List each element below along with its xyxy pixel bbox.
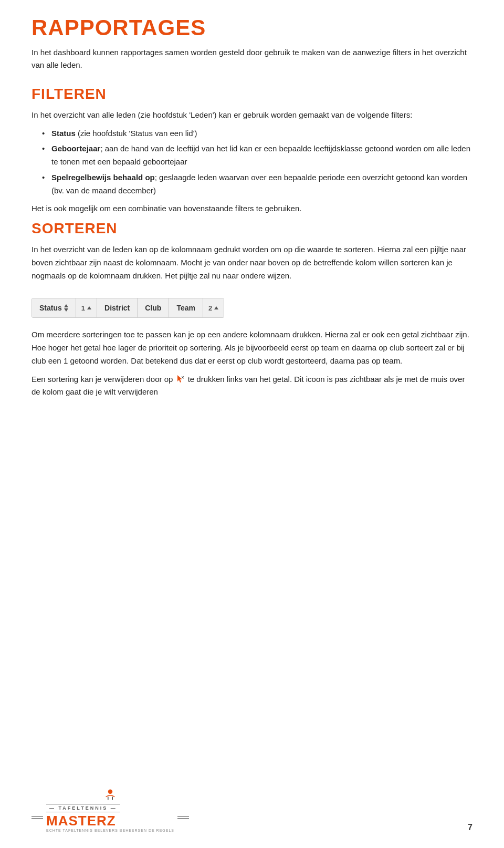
svg-point-1	[108, 790, 112, 794]
logo-line-3	[177, 816, 189, 817]
logo-text-group: — TAFELTENNIS — MASTERZ ECHTE TAFELTENNI…	[46, 802, 174, 832]
filteren-intro: In het overzicht van alle leden (zie hoo…	[32, 109, 472, 122]
col-label-district: District	[104, 304, 130, 312]
logo-emblem-icon	[103, 787, 118, 801]
section-title-sorteren: SORTEREN	[32, 221, 472, 237]
col-label-status: Status	[39, 304, 62, 312]
list-item: Geboortejaar; aan de hand van de leeftij…	[42, 142, 472, 169]
bullet-text-status: (zie hoofdstuk 'Status van een lid')	[76, 129, 197, 138]
arrow-up-icon	[64, 304, 68, 307]
sort-arrow-2	[214, 306, 218, 309]
sort-number-1: 1	[81, 304, 85, 312]
list-item: Status (zie hoofdstuk 'Status van een li…	[42, 127, 472, 140]
list-item: Spelregelbewijs behaald op; geslaagde le…	[42, 171, 472, 198]
sorteren-para-3-text: Een sortering kan je verwijderen door op	[32, 375, 173, 384]
sorter-example: Status 1 District Club Team 2	[32, 298, 224, 318]
logo-masterz-text: MASTERZ	[46, 814, 116, 828]
sorter-col-num2: 2	[203, 298, 224, 318]
sorter-col-num1: 1	[76, 298, 97, 318]
logo-line-1	[32, 816, 43, 817]
sort-arrows-status	[64, 304, 68, 312]
sorteren-para-3: Een sortering kan je verwijderen door op…	[32, 373, 472, 399]
logo-tagline-text: ECHTE TAFELTENNIS BELEVERS BEHEERSEN DE …	[46, 829, 174, 832]
filteren-outro: Het is ook mogelijk om een combinatie va…	[32, 202, 472, 215]
bullet-label-spelregel: Spelregelbewijs behaald op	[51, 173, 155, 182]
svg-text:✕: ✕	[181, 376, 184, 379]
logo-line-2	[32, 818, 43, 819]
sort-arrow-1	[87, 306, 91, 309]
remove-sort-icon: ✕	[175, 374, 186, 385]
sorteren-para-1: In het overzicht van de leden kan op de …	[32, 243, 472, 282]
sort-number-2: 2	[208, 304, 212, 312]
logo-tafeltennis-text: — TAFELTENNIS —	[46, 804, 120, 812]
col-label-team: Team	[176, 304, 195, 312]
col-label-club: Club	[145, 304, 161, 312]
page-title: RAPPORTAGES	[32, 16, 472, 40]
bullet-label-status: Status	[51, 129, 76, 138]
logo-lines-left	[32, 816, 43, 819]
logo-lines-right	[177, 816, 189, 819]
page-number: 7	[468, 823, 472, 832]
logo-area: — TAFELTENNIS — MASTERZ ECHTE TAFELTENNI…	[32, 787, 189, 832]
intro-text: In het dashboard kunnen rapportages same…	[32, 46, 472, 71]
sorteren-para-2: Om meerdere sorteringen toe te passen ka…	[32, 328, 472, 367]
sorter-col-status: Status	[32, 298, 76, 318]
sorter-col-district: District	[97, 298, 138, 318]
sorter-col-club: Club	[138, 298, 169, 318]
arrow-down-icon	[64, 308, 68, 312]
logo-line-4	[177, 818, 189, 819]
bullet-label-geboortejaar: Geboortejaar	[51, 144, 100, 153]
section-title-filteren: FILTEREN	[32, 86, 472, 102]
bullet-text-geboortejaar: ; aan de hand van de leeftijd van het li…	[51, 144, 470, 166]
footer: — TAFELTENNIS — MASTERZ ECHTE TAFELTENNI…	[32, 787, 472, 832]
filter-list: Status (zie hoofdstuk 'Status van een li…	[42, 127, 472, 198]
logo-text-wrapper: — TAFELTENNIS — MASTERZ ECHTE TAFELTENNI…	[32, 802, 189, 832]
sorter-col-team: Team	[169, 298, 203, 318]
